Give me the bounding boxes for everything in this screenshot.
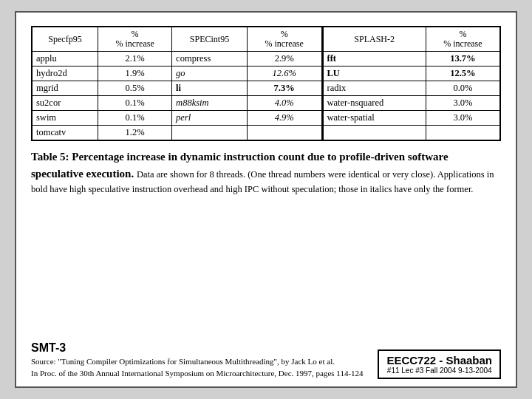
- splash-pct-4: 3.0%: [426, 111, 499, 126]
- fp-name-5: tomcatv: [33, 126, 98, 140]
- splash-pct-3: 3.0%: [426, 96, 499, 111]
- course-badge: EECC722 - Shaaban #11 Lec #3 Fall 2004 9…: [378, 349, 501, 379]
- splash-name-3: water-nsquared: [322, 96, 426, 111]
- fp-pct-0: 2.1%: [98, 52, 172, 66]
- lec-info: #11 Lec #3 Fall 2004 9-13-2004: [386, 366, 492, 375]
- footer: SMT-3 Source: "Tuning Compiler Optimizat…: [31, 335, 501, 379]
- fp-pct-1: 1.9%: [98, 66, 172, 81]
- col-fp-increase-header: %% increase: [98, 27, 172, 52]
- source-line2: In Proc. of the 30th Annual Internationa…: [31, 368, 364, 379]
- splash-pct-1: 12.5%: [426, 66, 499, 81]
- fp-name-3: su2cor: [33, 96, 98, 111]
- splash-name-empty-5: [322, 126, 426, 140]
- splash-name-0: fft: [322, 52, 426, 66]
- int-name-2: li: [172, 81, 248, 96]
- int-pct-2: 7.3%: [247, 81, 322, 96]
- int-pct-4: 4.9%: [247, 111, 322, 126]
- int-pct-3: 4.0%: [247, 96, 322, 111]
- fp-name-4: swim: [33, 111, 98, 126]
- int-name-4: perl: [172, 111, 248, 126]
- fp-name-2: mgrid: [33, 81, 98, 96]
- int-name-0: compress: [172, 52, 248, 66]
- int-name-1: go: [172, 66, 248, 81]
- int-pct-empty-5: [247, 126, 322, 140]
- footer-left: SMT-3 Source: "Tuning Compiler Optimizat…: [31, 340, 364, 379]
- col-int-increase-header: %% increase: [247, 27, 322, 52]
- col-specfp95-header: Specfp95: [33, 27, 98, 52]
- int-pct-0: 2.9%: [247, 52, 322, 66]
- fp-pct-4: 0.1%: [98, 111, 172, 126]
- fp-pct-3: 0.1%: [98, 96, 172, 111]
- splash-pct-2: 0.0%: [426, 81, 499, 96]
- performance-table: Specfp95 %% increase SPECint95 %% increa…: [32, 27, 500, 140]
- splash-name-1: LU: [322, 66, 426, 81]
- fp-name-1: hydro2d: [33, 66, 98, 81]
- col-splash2-header: SPLASH-2: [322, 27, 426, 52]
- col-splash-increase-header: %% increase: [426, 27, 499, 52]
- fp-name-0: applu: [33, 52, 98, 66]
- int-name-empty-5: [172, 126, 248, 140]
- fp-pct-2: 0.5%: [98, 81, 172, 96]
- data-table-container: Specfp95 %% increase SPECint95 %% increa…: [31, 26, 501, 141]
- splash-name-2: radix: [322, 81, 426, 96]
- splash-name-4: water-spatial: [322, 111, 426, 126]
- int-name-3: m88ksim: [172, 96, 248, 111]
- course-name: EECC722 - Shaaban: [386, 354, 492, 366]
- splash-pct-0: 13.7%: [426, 52, 499, 66]
- int-pct-1: 12.6%: [247, 66, 322, 81]
- source-line1: Source: "Tuning Compiler Optimizations f…: [31, 356, 364, 367]
- slide: Specfp95 %% increase SPECint95 %% increa…: [15, 11, 517, 388]
- splash-pct-empty-5: [426, 126, 499, 140]
- smt-label: SMT-3: [31, 340, 364, 356]
- fp-pct-5: 1.2%: [98, 126, 172, 140]
- col-specint95-header: SPECint95: [172, 27, 248, 52]
- table-caption: Table 5: Percentage increase in dynamic …: [31, 149, 501, 197]
